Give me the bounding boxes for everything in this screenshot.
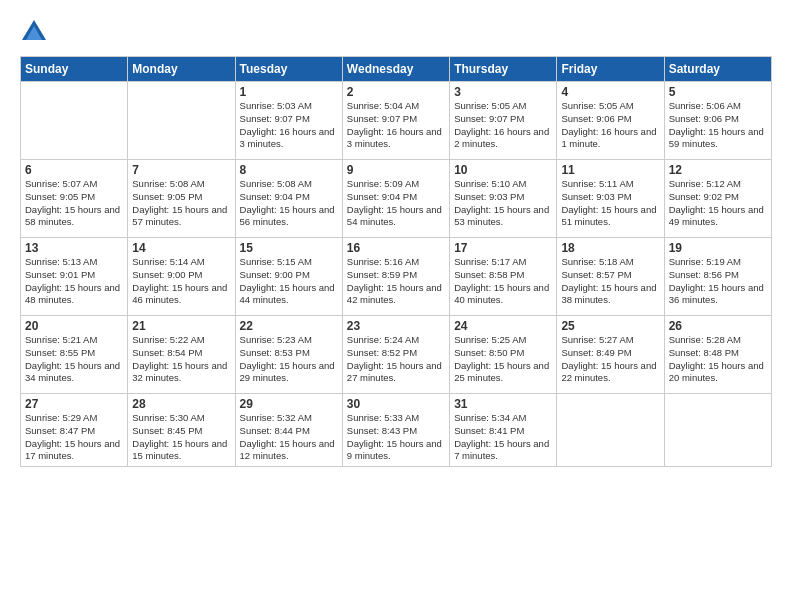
calendar-cell: 17Sunrise: 5:17 AM Sunset: 8:58 PM Dayli…	[450, 238, 557, 316]
page: SundayMondayTuesdayWednesdayThursdayFrid…	[0, 0, 792, 612]
calendar-cell: 4Sunrise: 5:05 AM Sunset: 9:06 PM Daylig…	[557, 82, 664, 160]
day-info: Sunrise: 5:33 AM Sunset: 8:43 PM Dayligh…	[347, 412, 445, 463]
day-number: 27	[25, 397, 123, 411]
calendar-cell: 27Sunrise: 5:29 AM Sunset: 8:47 PM Dayli…	[21, 394, 128, 467]
day-info: Sunrise: 5:32 AM Sunset: 8:44 PM Dayligh…	[240, 412, 338, 463]
day-info: Sunrise: 5:08 AM Sunset: 9:04 PM Dayligh…	[240, 178, 338, 229]
week-row-4: 27Sunrise: 5:29 AM Sunset: 8:47 PM Dayli…	[21, 394, 772, 467]
day-number: 21	[132, 319, 230, 333]
day-number: 28	[132, 397, 230, 411]
calendar-cell: 7Sunrise: 5:08 AM Sunset: 9:05 PM Daylig…	[128, 160, 235, 238]
day-info: Sunrise: 5:27 AM Sunset: 8:49 PM Dayligh…	[561, 334, 659, 385]
calendar-cell: 26Sunrise: 5:28 AM Sunset: 8:48 PM Dayli…	[664, 316, 771, 394]
day-info: Sunrise: 5:21 AM Sunset: 8:55 PM Dayligh…	[25, 334, 123, 385]
day-number: 25	[561, 319, 659, 333]
week-row-1: 6Sunrise: 5:07 AM Sunset: 9:05 PM Daylig…	[21, 160, 772, 238]
day-number: 20	[25, 319, 123, 333]
day-info: Sunrise: 5:15 AM Sunset: 9:00 PM Dayligh…	[240, 256, 338, 307]
calendar-cell	[21, 82, 128, 160]
calendar-cell: 3Sunrise: 5:05 AM Sunset: 9:07 PM Daylig…	[450, 82, 557, 160]
calendar-cell: 22Sunrise: 5:23 AM Sunset: 8:53 PM Dayli…	[235, 316, 342, 394]
day-number: 29	[240, 397, 338, 411]
header	[20, 18, 772, 46]
day-info: Sunrise: 5:13 AM Sunset: 9:01 PM Dayligh…	[25, 256, 123, 307]
logo-icon	[20, 18, 48, 46]
day-number: 17	[454, 241, 552, 255]
day-number: 16	[347, 241, 445, 255]
calendar-cell: 9Sunrise: 5:09 AM Sunset: 9:04 PM Daylig…	[342, 160, 449, 238]
day-number: 26	[669, 319, 767, 333]
calendar-cell: 31Sunrise: 5:34 AM Sunset: 8:41 PM Dayli…	[450, 394, 557, 467]
day-info: Sunrise: 5:16 AM Sunset: 8:59 PM Dayligh…	[347, 256, 445, 307]
calendar-cell: 25Sunrise: 5:27 AM Sunset: 8:49 PM Dayli…	[557, 316, 664, 394]
day-number: 19	[669, 241, 767, 255]
day-number: 2	[347, 85, 445, 99]
calendar-cell	[128, 82, 235, 160]
day-number: 30	[347, 397, 445, 411]
weekday-header-sunday: Sunday	[21, 57, 128, 82]
day-info: Sunrise: 5:06 AM Sunset: 9:06 PM Dayligh…	[669, 100, 767, 151]
weekday-header-monday: Monday	[128, 57, 235, 82]
day-info: Sunrise: 5:11 AM Sunset: 9:03 PM Dayligh…	[561, 178, 659, 229]
day-info: Sunrise: 5:09 AM Sunset: 9:04 PM Dayligh…	[347, 178, 445, 229]
calendar-cell	[664, 394, 771, 467]
day-number: 10	[454, 163, 552, 177]
weekday-header-thursday: Thursday	[450, 57, 557, 82]
day-number: 1	[240, 85, 338, 99]
day-number: 31	[454, 397, 552, 411]
day-number: 18	[561, 241, 659, 255]
day-info: Sunrise: 5:30 AM Sunset: 8:45 PM Dayligh…	[132, 412, 230, 463]
day-number: 11	[561, 163, 659, 177]
day-info: Sunrise: 5:25 AM Sunset: 8:50 PM Dayligh…	[454, 334, 552, 385]
day-info: Sunrise: 5:05 AM Sunset: 9:07 PM Dayligh…	[454, 100, 552, 151]
calendar-cell: 8Sunrise: 5:08 AM Sunset: 9:04 PM Daylig…	[235, 160, 342, 238]
day-info: Sunrise: 5:08 AM Sunset: 9:05 PM Dayligh…	[132, 178, 230, 229]
day-number: 24	[454, 319, 552, 333]
day-info: Sunrise: 5:34 AM Sunset: 8:41 PM Dayligh…	[454, 412, 552, 463]
weekday-header-friday: Friday	[557, 57, 664, 82]
day-info: Sunrise: 5:07 AM Sunset: 9:05 PM Dayligh…	[25, 178, 123, 229]
calendar-cell: 19Sunrise: 5:19 AM Sunset: 8:56 PM Dayli…	[664, 238, 771, 316]
day-number: 23	[347, 319, 445, 333]
calendar-cell: 24Sunrise: 5:25 AM Sunset: 8:50 PM Dayli…	[450, 316, 557, 394]
day-number: 14	[132, 241, 230, 255]
day-number: 8	[240, 163, 338, 177]
day-info: Sunrise: 5:14 AM Sunset: 9:00 PM Dayligh…	[132, 256, 230, 307]
day-info: Sunrise: 5:18 AM Sunset: 8:57 PM Dayligh…	[561, 256, 659, 307]
calendar-cell: 10Sunrise: 5:10 AM Sunset: 9:03 PM Dayli…	[450, 160, 557, 238]
week-row-2: 13Sunrise: 5:13 AM Sunset: 9:01 PM Dayli…	[21, 238, 772, 316]
weekday-header-saturday: Saturday	[664, 57, 771, 82]
calendar-cell: 14Sunrise: 5:14 AM Sunset: 9:00 PM Dayli…	[128, 238, 235, 316]
calendar-cell: 11Sunrise: 5:11 AM Sunset: 9:03 PM Dayli…	[557, 160, 664, 238]
day-info: Sunrise: 5:03 AM Sunset: 9:07 PM Dayligh…	[240, 100, 338, 151]
calendar-cell: 30Sunrise: 5:33 AM Sunset: 8:43 PM Dayli…	[342, 394, 449, 467]
calendar-cell	[557, 394, 664, 467]
day-number: 12	[669, 163, 767, 177]
day-info: Sunrise: 5:28 AM Sunset: 8:48 PM Dayligh…	[669, 334, 767, 385]
day-info: Sunrise: 5:23 AM Sunset: 8:53 PM Dayligh…	[240, 334, 338, 385]
day-number: 7	[132, 163, 230, 177]
day-info: Sunrise: 5:12 AM Sunset: 9:02 PM Dayligh…	[669, 178, 767, 229]
day-number: 15	[240, 241, 338, 255]
day-info: Sunrise: 5:10 AM Sunset: 9:03 PM Dayligh…	[454, 178, 552, 229]
week-row-3: 20Sunrise: 5:21 AM Sunset: 8:55 PM Dayli…	[21, 316, 772, 394]
weekday-header-tuesday: Tuesday	[235, 57, 342, 82]
day-info: Sunrise: 5:05 AM Sunset: 9:06 PM Dayligh…	[561, 100, 659, 151]
day-number: 5	[669, 85, 767, 99]
day-info: Sunrise: 5:17 AM Sunset: 8:58 PM Dayligh…	[454, 256, 552, 307]
day-number: 9	[347, 163, 445, 177]
calendar-cell: 2Sunrise: 5:04 AM Sunset: 9:07 PM Daylig…	[342, 82, 449, 160]
calendar-cell: 1Sunrise: 5:03 AM Sunset: 9:07 PM Daylig…	[235, 82, 342, 160]
day-number: 6	[25, 163, 123, 177]
weekday-header-row: SundayMondayTuesdayWednesdayThursdayFrid…	[21, 57, 772, 82]
calendar-cell: 21Sunrise: 5:22 AM Sunset: 8:54 PM Dayli…	[128, 316, 235, 394]
day-number: 4	[561, 85, 659, 99]
calendar-cell: 6Sunrise: 5:07 AM Sunset: 9:05 PM Daylig…	[21, 160, 128, 238]
day-info: Sunrise: 5:24 AM Sunset: 8:52 PM Dayligh…	[347, 334, 445, 385]
weekday-header-wednesday: Wednesday	[342, 57, 449, 82]
calendar: SundayMondayTuesdayWednesdayThursdayFrid…	[20, 56, 772, 467]
week-row-0: 1Sunrise: 5:03 AM Sunset: 9:07 PM Daylig…	[21, 82, 772, 160]
calendar-cell: 18Sunrise: 5:18 AM Sunset: 8:57 PM Dayli…	[557, 238, 664, 316]
day-number: 22	[240, 319, 338, 333]
calendar-cell: 5Sunrise: 5:06 AM Sunset: 9:06 PM Daylig…	[664, 82, 771, 160]
